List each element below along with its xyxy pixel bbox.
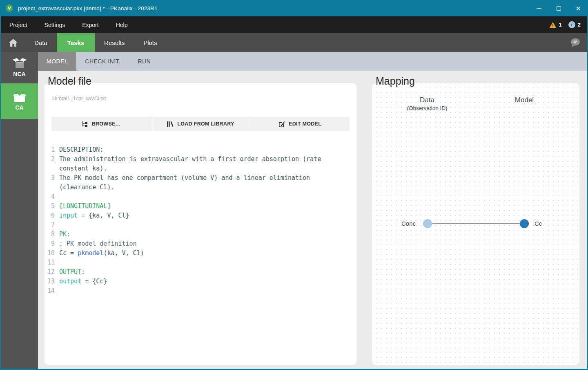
line-number: 14 <box>45 286 57 296</box>
code-line: 3The PK model has one compartment (volum… <box>45 173 353 183</box>
menu-settings[interactable]: Settings <box>36 22 74 28</box>
code-line: 4 <box>45 192 353 202</box>
model-header: Model <box>494 96 555 104</box>
subtab-check-init[interactable]: CHECK INIT. <box>76 52 129 71</box>
line-number <box>45 183 57 192</box>
browse-button[interactable]: BROWSE... <box>51 117 151 131</box>
close-button[interactable]: ✕ <box>568 0 588 16</box>
minimize-icon <box>537 8 541 9</box>
code-text <box>57 286 59 296</box>
connection-data-node[interactable] <box>423 219 432 228</box>
line-number: 4 <box>45 192 57 202</box>
warning-count: 1 <box>559 22 562 28</box>
code-text: Cc = pkmodel(ka, V, Cl) <box>57 249 144 258</box>
line-number: 5 <box>45 202 57 211</box>
sidebar-item-nca[interactable]: NCA <box>1 52 38 83</box>
maximize-button[interactable] <box>549 0 568 16</box>
menu-export[interactable]: Export <box>74 22 107 28</box>
code-text: (clearance Cl). <box>57 183 114 192</box>
model-file-panel: lib:oral1_1cpt_kaVCl.txt BROWSE... <box>45 83 356 365</box>
app-logo-icon <box>5 4 14 13</box>
code-text: DESCRIPTION: <box>57 145 103 155</box>
model-button-row: BROWSE... LOAD FROM LIBRARY <box>51 117 350 131</box>
code-line: 13output = {Cc} <box>45 277 353 286</box>
code-line: 10Cc = pkmodel(ka, V, Cl) <box>45 249 353 258</box>
line-number: 3 <box>45 173 57 183</box>
tab-results[interactable]: Results <box>95 33 134 52</box>
sidebar-item-label: NCA <box>13 71 25 77</box>
home-icon <box>9 39 18 47</box>
code-line: 2The administration is extravascular wit… <box>45 155 353 164</box>
open-box-icon <box>12 58 27 69</box>
mapping-data-column-header: Data (Observation ID) <box>396 96 458 111</box>
tab-data[interactable]: Data <box>25 33 57 52</box>
line-number: 6 <box>45 211 57 220</box>
line-number: 12 <box>45 267 57 277</box>
line-number: 8 <box>45 230 57 239</box>
tab-plots[interactable]: Plots <box>134 33 166 52</box>
comments-icon[interactable] <box>569 37 581 48</box>
model-code-editor[interactable]: 1DESCRIPTION:2The administration is extr… <box>45 145 353 296</box>
code-line: 12OUTPUT: <box>45 267 353 277</box>
subtab-model[interactable]: MODEL <box>38 52 76 71</box>
code-text: output = {Cc} <box>57 277 107 286</box>
code-text: ; PK model definition <box>57 239 137 249</box>
code-line: 8PK: <box>45 230 353 239</box>
line-number: 2 <box>45 155 57 164</box>
mapping-connection-row: Conc Cc <box>372 219 579 228</box>
line-number: 1 <box>45 145 57 155</box>
menu-project[interactable]: Project <box>1 22 36 28</box>
maximize-icon <box>557 6 561 11</box>
code-line: 14 <box>45 286 353 296</box>
content-area: Model file Mapping lib:oral1_1cpt_kaVCl.… <box>38 71 587 369</box>
code-line: 9; PK model definition <box>45 239 353 249</box>
info-badge[interactable]: i 2 <box>568 21 581 28</box>
home-button[interactable] <box>1 33 25 52</box>
closed-box-icon <box>13 92 26 102</box>
connection-model-label: Cc <box>535 219 542 228</box>
tab-tasks[interactable]: Tasks <box>57 33 95 52</box>
edit-model-button[interactable]: EDIT MODEL <box>250 117 350 131</box>
library-books-icon <box>167 121 174 127</box>
warnings-badge[interactable]: 1 <box>549 22 562 28</box>
code-line: 7 <box>45 220 353 230</box>
left-sidebar: NCA CA <box>1 52 38 369</box>
line-number: 9 <box>45 239 57 249</box>
subtab-run[interactable]: RUN <box>129 52 159 71</box>
mapping-model-column-header: Model <box>494 96 555 104</box>
info-count: 2 <box>578 22 581 28</box>
task-subtab-bar: MODEL CHECK INIT. RUN <box>38 52 587 71</box>
code-text: PK: <box>57 230 70 239</box>
load-from-library-button[interactable]: LOAD FROM LIBRARY <box>151 117 250 131</box>
code-text <box>57 192 59 202</box>
warning-triangle-icon <box>549 22 557 28</box>
info-icon: i <box>568 21 575 28</box>
code-text <box>57 258 59 267</box>
code-text: The PK model has one compartment (volume… <box>57 173 310 183</box>
code-line: (clearance Cl). <box>45 183 353 192</box>
data-subheader: (Observation ID) <box>396 105 458 111</box>
model-file-path: lib:oral1_1cpt_kaVCl.txt <box>52 96 106 101</box>
connection-model-node[interactable] <box>520 219 529 228</box>
sidebar-item-ca[interactable]: CA <box>1 83 38 119</box>
connection-line <box>432 223 520 224</box>
code-text <box>57 220 59 230</box>
edit-pencil-icon <box>278 121 285 127</box>
code-line: 1DESCRIPTION: <box>45 145 353 155</box>
line-number: 13 <box>45 277 57 286</box>
app-window: project_extravascular.pkx [demo] * - PKa… <box>0 0 588 370</box>
window-title: project_extravascular.pkx [demo] * - PKa… <box>18 5 158 11</box>
browse-tree-icon <box>82 121 88 127</box>
code-line: 5[LONGITUDINAL] <box>45 202 353 211</box>
line-number: 11 <box>45 258 57 267</box>
code-line: constant ka). <box>45 164 353 173</box>
data-header: Data <box>396 96 458 104</box>
code-text: [LONGITUDINAL] <box>57 202 111 211</box>
mapping-panel: Data (Observation ID) Model Conc Cc <box>372 83 579 365</box>
menu-help[interactable]: Help <box>107 22 136 28</box>
minimize-button[interactable] <box>529 0 549 16</box>
line-number <box>45 164 57 173</box>
mapping-title: Mapping <box>376 75 415 87</box>
menu-bar: Project Settings Export Help 1 i 2 <box>1 16 587 33</box>
main-tab-bar: Data Tasks Results Plots <box>1 33 587 52</box>
